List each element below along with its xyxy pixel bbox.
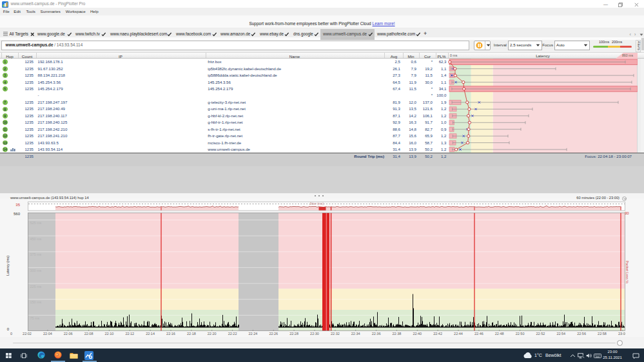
svg-text:75 ms: 75 ms — [30, 316, 40, 320]
svg-text:300 ms: 300 ms — [30, 269, 42, 272]
svg-text:225 ms: 225 ms — [30, 285, 42, 289]
svg-text:375 ms: 375 ms — [30, 252, 42, 256]
svg-text:525 ms: 525 ms — [30, 221, 42, 225]
svg-text:450 ms: 450 ms — [30, 237, 42, 241]
svg-text:150 ms: 150 ms — [30, 300, 42, 304]
